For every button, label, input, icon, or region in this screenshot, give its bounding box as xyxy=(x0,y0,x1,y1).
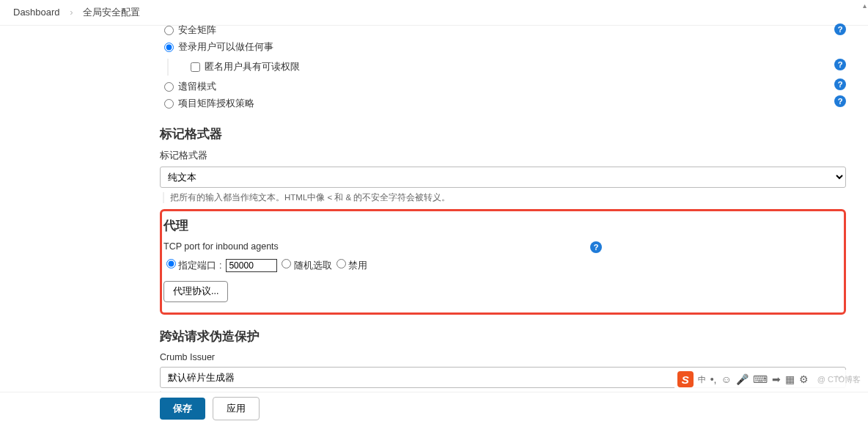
formatter-select[interactable]: 纯文本 xyxy=(160,167,846,188)
formatter-heading: 标记格式器 xyxy=(160,125,846,142)
main-scroll[interactable]: 安全矩阵 登录用户可以做任何事 ? 匿名用户具有可读权限 ? 遗留模式 ? 项目… xyxy=(0,22,858,392)
agent-section-highlight: 代理 TCP port for inbound agents ? 指定端口 : … xyxy=(160,209,846,315)
formatter-hint-row: 把所有的输入都当作纯文本。HTML中像 < 和 & 的不安全字符会被转义。 xyxy=(160,188,846,205)
ime-emoji-icon[interactable]: ☺ xyxy=(721,373,731,385)
radio-logged[interactable] xyxy=(164,43,174,52)
radio-fixed-port[interactable] xyxy=(166,259,176,268)
ime-punct-icon[interactable]: •, xyxy=(710,373,717,385)
help-icon[interactable]: ? xyxy=(834,23,846,35)
agent-fixed-option[interactable]: 指定端口 : xyxy=(166,259,221,272)
help-icon[interactable]: ? xyxy=(590,241,602,253)
auth-legacy-label: 遗留模式 xyxy=(178,81,216,93)
help-icon[interactable]: ? xyxy=(834,59,846,70)
help-icon[interactable]: ? xyxy=(834,95,846,107)
radio-matrix[interactable] xyxy=(164,26,174,35)
ime-gear-icon[interactable]: ⚙ xyxy=(799,373,809,385)
agent-disable-option[interactable]: 禁用 xyxy=(336,259,367,272)
radio-random-port[interactable] xyxy=(282,259,291,268)
save-button[interactable]: 保存 xyxy=(160,398,205,420)
auth-option-matrix[interactable]: 安全矩阵 xyxy=(160,22,846,39)
watermark-text: @ CTO博客 xyxy=(817,374,861,385)
radio-disable-port[interactable] xyxy=(336,259,346,268)
agent-fixed-label: 指定端口 : xyxy=(178,260,221,271)
breadcrumb-dashboard[interactable]: Dashboard xyxy=(13,7,60,18)
sogou-icon: S xyxy=(677,371,694,387)
ime-lang[interactable]: 中 xyxy=(698,374,706,385)
ime-arrow-icon[interactable]: ➡ xyxy=(772,373,781,385)
formatter-label: 标记格式器 xyxy=(160,150,846,162)
auth-logged-label: 登录用户可以做任何事 xyxy=(178,41,273,54)
auth-option-logged-anything[interactable]: 登录用户可以做任何事 xyxy=(160,39,846,56)
footer-bar: 保存 应用 xyxy=(0,392,868,424)
apply-button[interactable]: 应用 xyxy=(213,397,260,420)
agent-heading: 代理 xyxy=(163,217,602,234)
formatter-hint: 把所有的输入都当作纯文本。HTML中像 < 和 & 的不安全字符会被转义。 xyxy=(170,192,450,203)
agent-random-option[interactable]: 随机选取 xyxy=(282,259,331,272)
anon-read-label: 匿名用户具有可读权限 xyxy=(205,61,300,73)
radio-project-matrix[interactable] xyxy=(164,99,174,109)
agent-protocol-button[interactable]: 代理协议... xyxy=(163,281,228,302)
ime-overlay: S 中 •, ☺ 🎤 ⌨ ➡ ▦ ⚙ @ CTO博客 xyxy=(674,370,864,389)
auth-option-legacy[interactable]: 遗留模式 xyxy=(160,78,846,95)
ime-mic-icon[interactable]: 🎤 xyxy=(736,373,749,385)
ime-grid-icon[interactable]: ▦ xyxy=(785,373,795,385)
anon-read-checkbox[interactable] xyxy=(191,62,200,72)
chevron-right-icon: › xyxy=(70,7,73,18)
scroll-up-caret: ▴ xyxy=(863,1,867,10)
radio-legacy[interactable] xyxy=(164,82,174,92)
auth-matrix-label: 安全矩阵 xyxy=(178,24,216,37)
agent-port-input[interactable] xyxy=(226,259,277,272)
help-icon[interactable]: ? xyxy=(834,78,846,90)
anon-read-checkbox-row: 匿名用户具有可读权限 xyxy=(167,59,846,76)
agent-tcp-label: TCP port for inbound agents xyxy=(163,241,584,252)
ime-keyboard-icon[interactable]: ⌨ xyxy=(753,373,768,385)
breadcrumb-current[interactable]: 全局安全配置 xyxy=(83,7,140,18)
agent-random-label: 随机选取 xyxy=(294,260,332,271)
agent-port-row: 指定端口 : 随机选取 禁用 xyxy=(163,256,602,275)
auth-project-matrix-label: 项目矩阵授权策略 xyxy=(178,98,254,110)
csrf-label: Crumb Issuer xyxy=(160,352,846,362)
csrf-heading: 跨站请求伪造保护 xyxy=(160,328,846,345)
auth-option-project-matrix[interactable]: 项目矩阵授权策略 xyxy=(160,95,846,112)
agent-disable-label: 禁用 xyxy=(348,260,367,271)
